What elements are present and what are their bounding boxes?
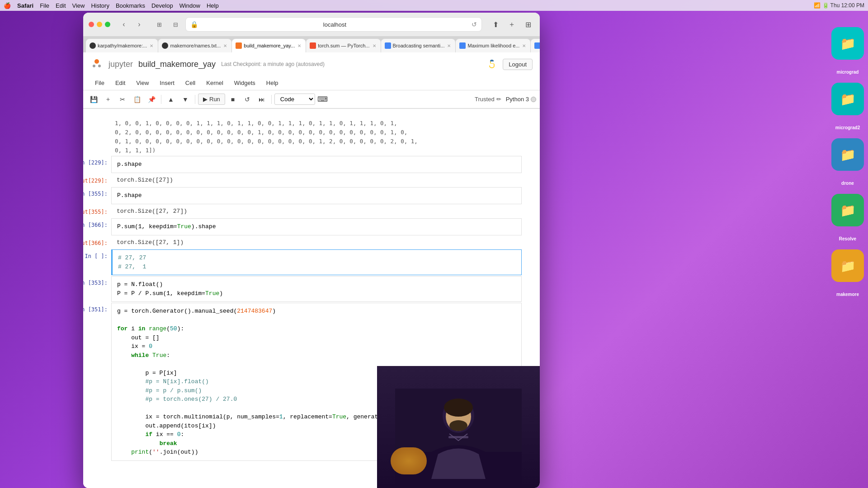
menu-item-help[interactable]: Help [262,78,283,88]
address-bar[interactable]: 🔒 localhost ↺ [185,17,482,32]
code-in229[interactable]: p.shape [111,156,522,173]
tab-close-jupyter[interactable]: ✕ [297,42,302,49]
menu-help[interactable]: Help [207,2,219,9]
tab-close-broadcasting[interactable]: ✕ [446,42,452,49]
share-button[interactable]: ⬆ [489,18,502,31]
minimize-button[interactable] [97,22,102,27]
menu-view[interactable]: View [72,2,85,9]
back-button[interactable]: ‹ [118,18,130,31]
menu-bookmarks[interactable]: Bookmarks [116,2,145,9]
tabs-bar: karpathy/makemore:... ✕ makemore/names.t… [83,36,540,52]
menu-history[interactable]: History [91,2,109,9]
svg-rect-9 [448,436,468,438]
content-active[interactable]: # 27, 27 # 27, 1 [111,249,522,275]
restart-run-button[interactable]: ⏭ [255,93,269,106]
prompt-in353: In [353]: [83,280,108,286]
tab-logx[interactable]: log(x) from 0 to 1 - W... ✕ [531,39,540,52]
browser-window: ‹ › ⊞ ⊟ 🔒 localhost ↺ ⬆ ＋ ⊞ karpathy/mak… [83,13,540,488]
add-cell-button[interactable]: ＋ [101,93,115,106]
tab-names[interactable]: makemore/names.txt... ✕ [158,39,231,52]
prompt-in366: In [366]: [83,222,108,228]
content-in355[interactable]: P.shape [111,187,522,204]
toolbar-separator-3 [271,95,272,104]
tab-close-mle[interactable]: ✕ [521,42,527,49]
tab-build-makemore[interactable]: build_makemore_yay... ✕ [232,39,306,52]
dock-icon-resolve[interactable]: 📁 [831,194,864,226]
new-tab-button[interactable]: ＋ [505,18,518,31]
tab-karpathy[interactable]: karpathy/makemore:... ✕ [86,39,158,52]
paste-button[interactable]: 📌 [145,93,158,106]
jupyter-logo [90,58,103,70]
dock-icon-drone[interactable]: 📁 [831,138,864,171]
output-out366: torch.Size([27, 1]) [111,236,522,249]
kernel-name: Python 3 [506,96,529,103]
tab-favicon-jupyter [236,42,242,49]
svg-point-1 [93,65,95,67]
menu-window[interactable]: Window [179,2,200,9]
content-out355: torch.Size([27, 27]) [111,205,522,218]
content-out229: torch.Size([27]) [111,174,522,187]
code-active[interactable]: # 27, 27 # 27, 1 [111,249,522,275]
dock-label-micrograd: micrograd [837,70,859,75]
run-icon: ▶ [203,96,208,103]
code-in353[interactable]: p = N.float() P = P / P.sum(1, keepdim=T… [111,276,522,302]
notebook-name[interactable]: build_makemore_yay [138,60,216,69]
tab-close-karpathy[interactable]: ✕ [149,42,154,49]
code-in355[interactable]: P.shape [111,187,522,204]
menu-item-widgets[interactable]: Widgets [230,78,260,88]
tab-broadcasting[interactable]: Broadcasting semanti... ✕ [381,39,456,52]
keyboard-shortcut-button[interactable]: ⌨ [316,93,330,106]
tab-title-jupyter: build_makemore_yay... [244,43,295,48]
sidebar-in229: In [229]: [83,156,111,173]
content-in353[interactable]: p = N.float() P = P / P.sum(1, keepdim=T… [111,276,522,302]
cell-content-top: 1, 0, 0, 1, 0, 0, 0, 0, 1, 1, 1, 0, 1, 1… [111,119,522,155]
run-button[interactable]: ▶ Run [198,94,225,105]
content-in366[interactable]: P.sum(1, keepdim=True).shape [111,218,522,235]
menu-develop[interactable]: Develop [151,2,173,9]
menu-item-edit[interactable]: Edit [111,78,130,88]
menu-item-view[interactable]: View [132,78,153,88]
move-up-button[interactable]: ▲ [164,93,178,106]
tab-title-broadcasting: Broadcasting semanti... [393,43,445,48]
restart-button[interactable]: ↺ [241,93,254,106]
menubar: 🍎 Safari File Edit View History Bookmark… [0,0,868,11]
menu-item-kernel[interactable]: Kernel [202,78,228,88]
tab-title-karpathy: karpathy/makemore:... [98,43,147,48]
dock-icon-micrograd[interactable]: 📁 [831,27,864,60]
expand-btn[interactable]: ⊟ [169,18,182,31]
move-down-button[interactable]: ▼ [179,93,192,106]
logout-button[interactable]: Logout [503,59,533,70]
dock-icon-makemore[interactable]: 📁 [831,249,864,282]
cut-button[interactable]: ✂ [116,93,129,106]
sidebar-in351: In [351]: [83,303,111,461]
app-name[interactable]: Safari [17,2,33,9]
menu-file[interactable]: File [40,2,49,9]
cell-type-dropdown[interactable]: Code [274,94,315,105]
interrupt-button[interactable]: ■ [226,93,240,106]
menu-edit[interactable]: Edit [56,2,66,9]
tab-close-torch[interactable]: ✕ [372,42,377,49]
sidebar-toggle[interactable]: ⊞ [153,18,165,31]
tab-title-names: makemore/names.txt... [170,43,221,48]
content-in229[interactable]: p.shape [111,156,522,173]
edit-icon[interactable]: ✏ [496,96,501,103]
copy-button[interactable]: 📋 [130,93,144,106]
apple-menu[interactable]: 🍎 [4,2,11,9]
prompt-out366: Out[366]: [83,240,108,246]
sidebar-out366: Out[366]: [83,236,111,249]
fullscreen-button[interactable] [105,22,110,27]
menu-item-insert[interactable]: Insert [155,78,179,88]
menu-item-cell[interactable]: Cell [181,78,200,88]
menu-item-file[interactable]: File [90,78,109,88]
refresh-icon[interactable]: ↺ [472,21,477,28]
close-button[interactable] [89,22,94,27]
prompt-out229: Out[229]: [83,178,108,184]
tab-close-names[interactable]: ✕ [222,42,228,49]
tab-torch-sum[interactable]: torch.sum — PyTorch... ✕ [306,39,380,52]
tab-overview-button[interactable]: ⊞ [522,18,534,31]
save-button[interactable]: 💾 [87,93,100,106]
tab-mle[interactable]: Maximum likelihood e... ✕ [456,39,530,52]
dock-icon-micrograd2[interactable]: 📁 [831,83,864,115]
code-in366[interactable]: P.sum(1, keepdim=True).shape [111,218,522,235]
forward-button[interactable]: › [133,18,146,31]
